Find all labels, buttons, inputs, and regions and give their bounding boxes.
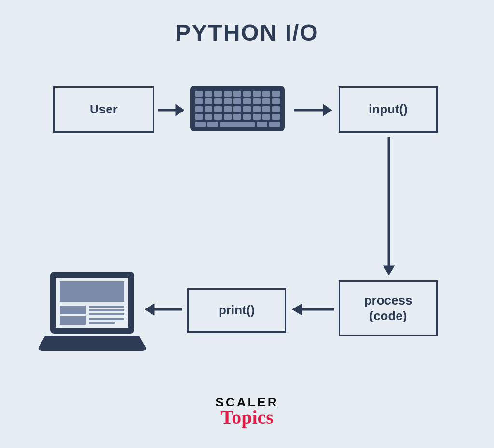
svg-rect-15 [243, 98, 251, 104]
svg-rect-46 [89, 306, 124, 308]
svg-rect-22 [224, 106, 232, 112]
svg-rect-32 [233, 114, 241, 120]
diagram-title: PYTHON I/O [0, 19, 494, 46]
svg-rect-17 [262, 98, 270, 104]
svg-rect-33 [243, 114, 251, 120]
arrow-keyboard-input [293, 101, 333, 119]
svg-rect-1 [195, 91, 203, 97]
svg-rect-8 [262, 91, 270, 97]
svg-rect-48 [89, 313, 124, 315]
svg-rect-50 [89, 318, 124, 320]
node-input-label: input() [369, 102, 408, 117]
svg-rect-40 [257, 122, 267, 127]
svg-rect-39 [220, 122, 255, 127]
svg-rect-13 [224, 98, 232, 104]
svg-rect-29 [205, 114, 212, 120]
node-input: input() [339, 86, 438, 133]
svg-rect-20 [205, 106, 212, 112]
svg-rect-24 [243, 106, 251, 112]
svg-rect-6 [243, 91, 251, 97]
svg-rect-19 [195, 106, 203, 112]
svg-rect-47 [89, 309, 124, 311]
svg-marker-59 [292, 304, 302, 315]
svg-rect-9 [272, 91, 280, 97]
svg-rect-36 [272, 114, 280, 120]
node-user: User [53, 86, 154, 133]
svg-rect-37 [195, 122, 206, 127]
node-print: print() [187, 288, 286, 333]
svg-rect-31 [224, 114, 232, 120]
svg-rect-34 [253, 114, 261, 120]
svg-rect-41 [269, 122, 280, 127]
svg-marker-55 [323, 104, 332, 116]
svg-rect-45 [60, 306, 86, 314]
svg-rect-10 [195, 98, 203, 104]
arrow-input-process [380, 136, 398, 276]
brand-logo: SCALER Topics [0, 395, 494, 429]
svg-rect-16 [253, 98, 261, 104]
arrow-print-laptop [143, 301, 183, 318]
brand-line2: Topics [0, 406, 494, 429]
svg-rect-27 [272, 106, 280, 112]
svg-rect-3 [214, 91, 222, 97]
svg-rect-49 [60, 316, 86, 325]
svg-rect-44 [60, 281, 124, 302]
svg-marker-53 [176, 104, 184, 116]
svg-rect-11 [205, 98, 212, 104]
node-process-label: process (code) [364, 293, 412, 323]
node-user-label: User [90, 102, 118, 117]
arrow-user-keyboard [157, 101, 185, 119]
svg-rect-7 [253, 91, 261, 97]
svg-rect-30 [214, 114, 222, 120]
arrow-process-print [290, 301, 335, 318]
keyboard-icon [189, 82, 286, 135]
svg-rect-25 [253, 106, 261, 112]
svg-rect-51 [89, 322, 115, 324]
svg-rect-4 [224, 91, 232, 97]
svg-rect-21 [214, 106, 222, 112]
svg-rect-28 [195, 114, 203, 120]
svg-rect-23 [233, 106, 241, 112]
node-process: process (code) [339, 280, 438, 336]
svg-rect-2 [205, 91, 212, 97]
svg-rect-38 [207, 122, 218, 127]
svg-rect-18 [272, 98, 280, 104]
svg-rect-35 [262, 114, 270, 120]
laptop-icon [37, 268, 148, 360]
svg-rect-12 [214, 98, 222, 104]
svg-marker-61 [145, 304, 154, 315]
node-print-label: print() [219, 303, 255, 318]
svg-rect-26 [262, 106, 270, 112]
svg-rect-14 [233, 98, 241, 104]
svg-marker-57 [383, 266, 395, 275]
svg-rect-5 [233, 91, 241, 97]
